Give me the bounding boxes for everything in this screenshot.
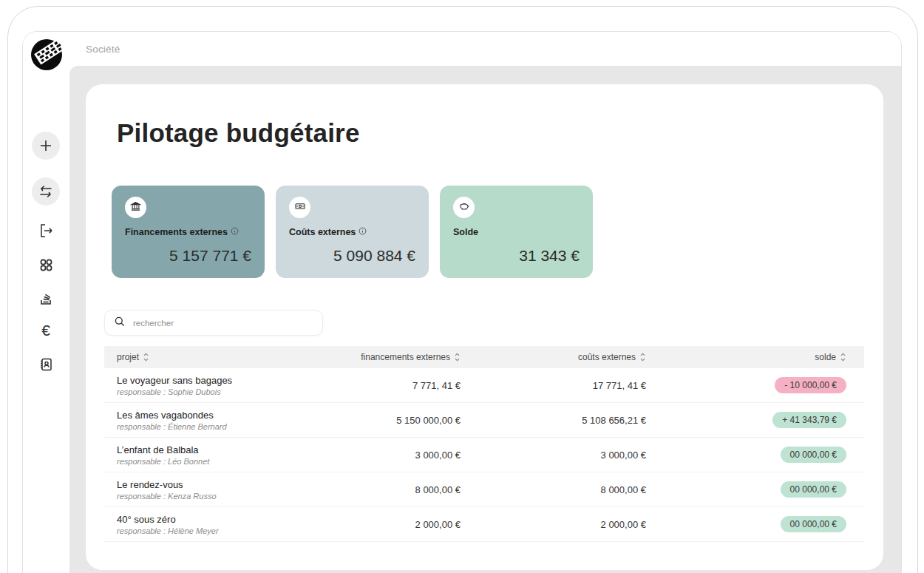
euro-icon: €: [41, 322, 50, 339]
couts-value: 8 000,00 €: [461, 484, 646, 495]
financements-value: 8 000,00 €: [326, 484, 461, 495]
search-icon: [114, 316, 126, 330]
apps-grid-icon: [37, 256, 55, 274]
project-manager: responsable : Kenza Russo: [117, 492, 326, 501]
projects-table: projet financements externes coûts exter…: [104, 346, 864, 542]
table-row[interactable]: 40° sous zéro responsable : Hélène Meyer…: [104, 507, 864, 542]
financements-value: 5 150 000,00 €: [326, 415, 461, 426]
card-couts-externes[interactable]: Coûts externes 5 090 884 €: [276, 186, 429, 278]
card-value: 31 343 €: [519, 247, 580, 265]
sort-icon[interactable]: [143, 353, 149, 362]
table-row[interactable]: L’enfant de Balbala responsable : Léo Bo…: [104, 438, 864, 472]
app-window: Société: [22, 31, 902, 573]
table-header-row: projet financements externes coûts exter…: [104, 346, 864, 368]
project-name: Les âmes vagabondes: [117, 409, 326, 422]
card-label: Financements externes: [125, 227, 228, 237]
table-row[interactable]: Le voyageur sans bagages responsable : S…: [104, 368, 864, 403]
solde-badge: 00 000,00 €: [781, 447, 846, 463]
column-header-solde[interactable]: solde: [646, 352, 846, 362]
financements-value: 7 771, 41 €: [326, 380, 461, 391]
project-name: 40° sous zéro: [117, 513, 326, 526]
summary-cards-row: Financements externes 5 157 771 €: [112, 186, 593, 278]
couts-value: 5 108 656,21 €: [461, 415, 646, 426]
topbar: Société: [23, 32, 901, 66]
apps-nav-item[interactable]: [35, 254, 56, 275]
sidebar: €: [23, 66, 69, 573]
card-financements-externes[interactable]: Financements externes 5 157 771 €: [112, 186, 265, 278]
card-label: Coûts externes: [289, 227, 356, 237]
table-row[interactable]: Le rendez-vous responsable : Kenza Russo…: [104, 472, 864, 507]
sort-icon[interactable]: [639, 353, 646, 362]
financements-value: 3 000,00 €: [326, 450, 461, 461]
project-name: L’enfant de Balbala: [117, 444, 326, 457]
app-logo-icon[interactable]: [30, 36, 66, 72]
column-header-couts[interactable]: coûts externes: [461, 352, 646, 362]
table-body: Le voyageur sans bagages responsable : S…: [104, 368, 864, 542]
search-bar: [104, 310, 323, 336]
swap-arrows-icon: [38, 185, 54, 198]
card-label: Solde: [453, 227, 478, 237]
project-manager: responsable : Léo Bonnet: [117, 457, 326, 466]
card-solde[interactable]: Solde 31 343 €: [440, 186, 593, 278]
export-nav-item[interactable]: [35, 220, 56, 241]
piggy-bank-icon: [458, 200, 470, 215]
couts-value: 17 771, 41 €: [461, 380, 646, 391]
info-icon[interactable]: [359, 227, 367, 237]
page-title: Pilotage budgétaire: [117, 118, 360, 148]
sort-icon[interactable]: [840, 353, 846, 362]
project-name: Le rendez-vous: [117, 478, 326, 492]
card-value: 5 157 771 €: [169, 247, 251, 265]
company-name-label: Société: [86, 44, 120, 55]
stacks-nav-item[interactable]: [35, 288, 56, 308]
plus-icon: [38, 138, 53, 153]
solde-badge: 00 000,00 €: [781, 516, 846, 532]
transfers-button[interactable]: [32, 177, 60, 206]
table-row[interactable]: Les âmes vagabondes responsable : Étienn…: [104, 403, 864, 438]
couts-value: 3 000,00 €: [461, 450, 646, 461]
solde-badge: + 41 343,79 €: [772, 412, 846, 428]
search-input[interactable]: [133, 319, 313, 328]
info-icon[interactable]: [231, 227, 239, 237]
budget-nav-item[interactable]: €: [35, 320, 56, 341]
main-content-card: Pilotage budgétaire Financements externe…: [86, 84, 883, 570]
column-header-projet[interactable]: projet: [104, 352, 326, 362]
contacts-nav-item[interactable]: [35, 354, 56, 375]
project-name: Le voyageur sans bagages: [117, 374, 326, 387]
project-manager: responsable : Étienne Bernard: [117, 422, 326, 431]
solde-badge: - 10 000,00 €: [775, 377, 846, 393]
financements-value: 2 000,00 €: [326, 519, 461, 530]
couts-value: 2 000,00 €: [461, 519, 646, 530]
add-button[interactable]: [32, 132, 60, 160]
column-header-financements[interactable]: financements externes: [326, 352, 461, 362]
project-manager: responsable : Hélène Meyer: [117, 526, 326, 535]
project-manager: responsable : Sophie Dubois: [117, 387, 326, 396]
banknote-icon: [294, 200, 306, 215]
inbox-stack-icon: [37, 289, 55, 307]
contacts-book-icon: [37, 356, 55, 373]
card-value: 5 090 884 €: [333, 247, 415, 265]
bank-icon: [130, 200, 141, 214]
export-icon: [37, 222, 55, 240]
solde-badge: 00 000,00 €: [781, 481, 846, 498]
sort-icon[interactable]: [454, 353, 461, 362]
